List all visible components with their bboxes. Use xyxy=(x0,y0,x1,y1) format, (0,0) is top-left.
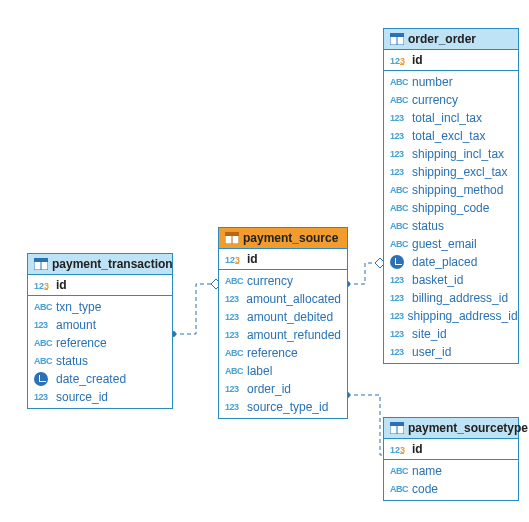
column-name: name xyxy=(412,464,442,478)
text-type-icon: ABC xyxy=(34,302,52,312)
column-row[interactable]: 123site_id xyxy=(384,325,518,343)
text-type-icon: ABC xyxy=(390,484,408,494)
text-type-icon: ABC xyxy=(225,276,243,286)
table-icon xyxy=(390,422,404,434)
column-row[interactable]: 123shipping_incl_tax xyxy=(384,145,518,163)
column-row[interactable]: 123source_type_id xyxy=(219,398,347,416)
column-name: total_excl_tax xyxy=(412,129,485,143)
pk-name: id xyxy=(412,53,423,67)
column-row[interactable]: 123shipping_address_id xyxy=(384,307,518,325)
text-type-icon: ABC xyxy=(390,185,408,195)
column-row[interactable]: ABCstatus xyxy=(384,217,518,235)
table-payment-source[interactable]: payment_source 123 id ABCcurrency123amou… xyxy=(218,227,348,419)
column-name: code xyxy=(412,482,438,496)
key-icon: 123 xyxy=(34,278,52,292)
text-type-icon: ABC xyxy=(34,338,52,348)
column-row[interactable]: ABCname xyxy=(384,462,518,480)
primary-key-row[interactable]: 123 id xyxy=(28,275,172,296)
column-row[interactable]: 123amount_debited xyxy=(219,308,347,326)
primary-key-row[interactable]: 123 id xyxy=(384,439,518,460)
table-header[interactable]: payment_sourcetype xyxy=(384,418,518,439)
table-order-order[interactable]: order_order 123 id ABCnumberABCcurrency1… xyxy=(383,28,519,364)
column-list: ABCcurrency123amount_allocated123amount_… xyxy=(219,270,347,418)
svg-rect-13 xyxy=(235,263,239,264)
column-row[interactable]: ABCcurrency xyxy=(384,91,518,109)
key-icon: 123 xyxy=(225,252,243,266)
table-header[interactable]: order_order xyxy=(384,29,518,50)
column-list: ABCnameABCcode xyxy=(384,460,518,500)
column-name: order_id xyxy=(247,382,291,396)
column-row[interactable]: ABCstatus xyxy=(28,352,172,370)
column-name: reference xyxy=(247,346,298,360)
column-row[interactable]: date_placed xyxy=(384,253,518,271)
column-row[interactable]: ABCguest_email xyxy=(384,235,518,253)
svg-rect-19 xyxy=(400,64,404,65)
table-icon xyxy=(390,33,404,45)
column-row[interactable]: ABCnumber xyxy=(384,73,518,91)
column-row[interactable]: 123amount_refunded xyxy=(219,326,347,344)
column-name: amount_refunded xyxy=(247,328,341,342)
numeric-type-icon: 123 xyxy=(225,402,243,412)
numeric-type-icon: 123 xyxy=(225,330,243,340)
text-type-icon: ABC xyxy=(390,203,408,213)
numeric-type-icon: 123 xyxy=(390,293,408,303)
column-list: ABCtxn_type123amountABCreferenceABCstatu… xyxy=(28,296,172,408)
column-row[interactable]: ABCtxn_type xyxy=(28,298,172,316)
datetime-type-icon xyxy=(34,372,52,386)
column-row[interactable]: ABCcode xyxy=(384,480,518,498)
column-row[interactable]: ABCshipping_method xyxy=(384,181,518,199)
numeric-type-icon: 123 xyxy=(225,294,242,304)
text-type-icon: ABC xyxy=(390,239,408,249)
column-name: source_type_id xyxy=(247,400,328,414)
key-icon: 123 xyxy=(390,442,408,456)
text-type-icon: ABC xyxy=(390,77,408,87)
column-row[interactable]: 123amount xyxy=(28,316,172,334)
column-name: user_id xyxy=(412,345,451,359)
numeric-type-icon: 123 xyxy=(390,167,408,177)
table-header[interactable]: payment_source xyxy=(219,228,347,249)
column-row[interactable]: 123order_id xyxy=(219,380,347,398)
column-row[interactable]: ABCreference xyxy=(219,344,347,362)
column-name: date_placed xyxy=(412,255,477,269)
primary-key-row[interactable]: 123 id xyxy=(219,249,347,270)
column-name: status xyxy=(56,354,88,368)
text-type-icon: ABC xyxy=(34,356,52,366)
column-row[interactable]: date_created xyxy=(28,370,172,388)
column-row[interactable]: 123source_id xyxy=(28,388,172,406)
column-row[interactable]: 123shipping_excl_tax xyxy=(384,163,518,181)
column-row[interactable]: ABClabel xyxy=(219,362,347,380)
primary-key-row[interactable]: 123 id xyxy=(384,50,518,71)
table-payment-transaction[interactable]: payment_transaction 123 id ABCtxn_type12… xyxy=(27,253,173,409)
column-row[interactable]: 123amount_allocated xyxy=(219,290,347,308)
column-row[interactable]: 123total_incl_tax xyxy=(384,109,518,127)
table-title: payment_sourcetype xyxy=(408,421,528,435)
numeric-type-icon: 123 xyxy=(390,131,408,141)
column-row[interactable]: 123basket_id xyxy=(384,271,518,289)
column-name: total_incl_tax xyxy=(412,111,482,125)
numeric-type-icon: 123 xyxy=(390,275,408,285)
table-header[interactable]: payment_transaction xyxy=(28,254,172,275)
table-title: payment_source xyxy=(243,231,338,245)
numeric-type-icon: 123 xyxy=(34,392,52,402)
column-row[interactable]: 123total_excl_tax xyxy=(384,127,518,145)
numeric-type-icon: 123 xyxy=(225,312,243,322)
column-name: amount xyxy=(56,318,96,332)
text-type-icon: ABC xyxy=(390,95,408,105)
numeric-type-icon: 123 xyxy=(390,311,404,321)
column-row[interactable]: ABCcurrency xyxy=(219,272,347,290)
text-type-icon: ABC xyxy=(390,221,408,231)
column-name: amount_allocated xyxy=(246,292,341,306)
column-row[interactable]: 123billing_address_id xyxy=(384,289,518,307)
svg-text:12: 12 xyxy=(225,255,235,265)
column-name: amount_debited xyxy=(247,310,333,324)
table-title: order_order xyxy=(408,32,476,46)
table-payment-sourcetype[interactable]: payment_sourcetype 123 id ABCnameABCcode xyxy=(383,417,519,501)
numeric-type-icon: 123 xyxy=(34,320,52,330)
table-icon xyxy=(34,258,48,270)
column-row[interactable]: ABCshipping_code xyxy=(384,199,518,217)
column-row[interactable]: ABCreference xyxy=(28,334,172,352)
column-name: site_id xyxy=(412,327,447,341)
numeric-type-icon: 123 xyxy=(225,384,243,394)
column-row[interactable]: 123user_id xyxy=(384,343,518,361)
text-type-icon: ABC xyxy=(225,366,243,376)
